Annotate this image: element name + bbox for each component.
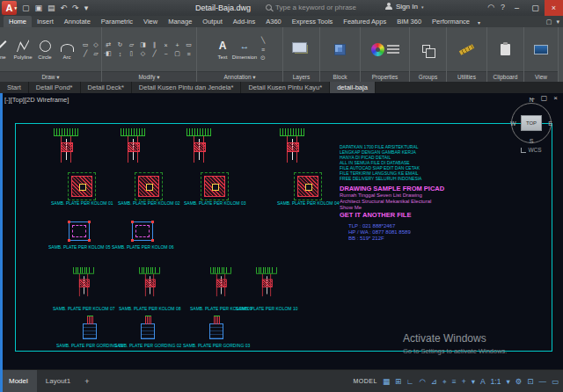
quick-access-icon[interactable]: ▢: [22, 3, 30, 13]
file-tab[interactable]: Detail Kusen Pintu dan Jendela*: [132, 82, 242, 93]
file-tab[interactable]: Start: [0, 82, 29, 93]
viewcube-top-face[interactable]: TOP: [521, 115, 542, 131]
mini-tool-icon[interactable]: ╱: [150, 50, 159, 58]
annotation-tool-button[interactable]: Text: [212, 40, 234, 60]
ribbon-minimize-caret-icon[interactable]: ▾: [556, 18, 559, 25]
cad-detail[interactable]: SAMB. PLATE PER KOLOM 10: [236, 267, 298, 311]
mini-tool-icon[interactable]: ↕: [115, 50, 125, 58]
cad-detail[interactable]: [186, 128, 212, 168]
panel-label-clipboard[interactable]: Clipboard: [487, 71, 523, 82]
model-tab[interactable]: Model: [0, 370, 37, 392]
panel-label-properties[interactable]: Properties: [361, 71, 409, 82]
statusbar-toggle-icon[interactable]: ◠: [419, 377, 425, 386]
window-button[interactable]: –: [508, 0, 526, 16]
viewcube-south[interactable]: S: [530, 138, 534, 144]
statusbar-toggle-icon[interactable]: ▦: [383, 377, 390, 386]
cad-detail[interactable]: [53, 128, 79, 168]
ribbon-tab[interactable]: Insert: [32, 16, 59, 27]
statusbar-toggle-icon[interactable]: ▾: [506, 377, 509, 386]
new-layout-button[interactable]: +: [79, 370, 94, 392]
mini-tool-icon[interactable]: ╲: [259, 37, 268, 45]
ribbon-tab-overflow-icon[interactable]: ▾: [475, 18, 483, 27]
ribbon-tab[interactable]: Performance: [427, 16, 475, 27]
statusbar-toggle-icon[interactable]: ⊿: [431, 377, 437, 386]
cad-detail[interactable]: SAMB. PLATE PER KOLOM 08: [119, 267, 181, 311]
mini-tool-icon[interactable]: ⇄: [104, 41, 113, 49]
quick-access-icon[interactable]: ▣: [35, 3, 43, 13]
statusbar-toggle-icon[interactable]: ▾: [472, 377, 475, 386]
mini-tool-icon[interactable]: ◧: [104, 50, 113, 58]
ribbon-tab[interactable]: A360: [260, 16, 287, 27]
mini-tool-icon[interactable]: ╱: [81, 50, 91, 58]
cad-detail[interactable]: SAMB. PLATE PER KOLOM 04: [277, 176, 340, 206]
mini-tool-icon[interactable]: ≡: [184, 50, 194, 58]
viewcube-compass-ring[interactable]: N W S E TOP: [511, 103, 552, 143]
statusbar-toggle-icon[interactable]: A: [480, 377, 486, 386]
mini-tool-icon[interactable]: ◇: [91, 41, 101, 49]
mini-tool-icon[interactable]: ▱: [91, 50, 101, 58]
ribbon-tab[interactable]: Output: [197, 16, 228, 27]
cad-detail[interactable]: SAMB. PLATE PER KOLOM 07: [53, 267, 115, 311]
mini-tool-icon[interactable]: ×: [161, 41, 171, 49]
quick-access-icon[interactable]: ↶: [61, 3, 68, 13]
statusbar-toggle-icon[interactable]: ⌖: [442, 377, 447, 386]
ribbon-tab[interactable]: Add-ins: [228, 16, 260, 27]
mini-tool-icon[interactable]: ⊙: [259, 54, 268, 62]
draw-tool-button[interactable]: Circle: [34, 40, 56, 60]
quick-access-icon[interactable]: ↷: [72, 3, 79, 13]
mini-tool-icon[interactable]: ◨: [138, 41, 148, 49]
sign-in-button[interactable]: Sign In ▾: [385, 3, 423, 11]
statusbar-toggle-icon[interactable]: —: [538, 377, 546, 386]
mini-tool-icon[interactable]: ▭: [81, 41, 91, 49]
statusbar-toggle-icon[interactable]: ⊡: [527, 377, 533, 386]
wcs-indicator[interactable]: WCS: [507, 147, 556, 153]
panel-label-draw[interactable]: Draw ▾: [0, 71, 101, 82]
titlebar-icon[interactable]: ◠: [487, 3, 494, 11]
draw-tool-button[interactable]: Arc: [56, 40, 78, 60]
view-monitor-icon[interactable]: [534, 45, 548, 54]
cad-detail[interactable]: SAMB. PLATE PER KOLOM 02: [118, 176, 180, 206]
mini-tool-icon[interactable]: ▭: [184, 41, 194, 49]
mini-tool-icon[interactable]: ≡: [259, 46, 268, 54]
cad-detail[interactable]: SAMB. PLATE PER GORDING 02: [114, 315, 181, 348]
viewcube-east[interactable]: E: [548, 120, 552, 127]
block-icon[interactable]: [334, 44, 346, 55]
mini-tool-icon[interactable]: ▯: [127, 50, 136, 58]
ribbon-tab[interactable]: Home: [4, 16, 32, 27]
ribbon-minimize-icon[interactable]: ▢: [546, 18, 552, 25]
file-tab[interactable]: detail-baja: [330, 82, 376, 93]
search-box[interactable]: Type a keyword or phrase: [266, 4, 356, 11]
panel-label-block[interactable]: Block: [320, 71, 360, 82]
draw-tool-button[interactable]: Polyline: [12, 40, 34, 60]
window-button[interactable]: ×: [545, 0, 563, 16]
measure-icon[interactable]: [459, 44, 474, 54]
ribbon-tab[interactable]: Express Tools: [287, 16, 339, 27]
viewport-controls-label[interactable]: [-][Top][2D Wireframe]: [4, 96, 69, 104]
properties-wheel-icon[interactable]: [371, 43, 384, 56]
app-menu-button[interactable]: A ▾: [2, 1, 17, 15]
quick-access-icon[interactable]: ▾: [84, 3, 89, 13]
cad-detail[interactable]: [120, 128, 146, 168]
layout1-tab[interactable]: Layout1: [37, 370, 79, 392]
model-space-label[interactable]: MODEL: [353, 378, 377, 384]
statusbar-toggle-icon[interactable]: ▭: [552, 377, 559, 386]
mini-tool-icon[interactable]: −: [161, 50, 171, 58]
cad-detail[interactable]: SAMB. PLATE PER GORDING 03: [183, 315, 250, 348]
quick-access-icon[interactable]: ▤: [48, 3, 55, 13]
cad-detail[interactable]: SAMB. PLATE PER KOLOM 06: [112, 221, 174, 250]
annotation-tool-button[interactable]: Dimension: [234, 40, 256, 60]
file-tab[interactable]: Detail Pond*: [29, 82, 81, 93]
cad-detail[interactable]: SAMB. PLATE PER KOLOM 03: [184, 176, 246, 206]
mini-tool-icon[interactable]: ◇: [138, 50, 148, 58]
file-tab[interactable]: Detail Deck*: [81, 82, 132, 93]
layers-icon[interactable]: [295, 45, 308, 54]
groups-icon[interactable]: [422, 45, 430, 53]
cad-detail[interactable]: SAMB. PLATE PER KOLOM 05: [48, 221, 111, 250]
panel-label-layers[interactable]: Layers: [283, 71, 319, 82]
panel-label-modify[interactable]: Modify ▾: [102, 71, 196, 82]
mini-tool-icon[interactable]: +: [172, 41, 182, 49]
mini-tool-icon[interactable]: ▱: [127, 41, 136, 49]
statusbar-toggle-icon[interactable]: 1:1: [491, 377, 501, 386]
mini-tool-icon[interactable]: ▢: [172, 50, 182, 58]
statusbar-toggle-icon[interactable]: ∟: [406, 377, 413, 386]
